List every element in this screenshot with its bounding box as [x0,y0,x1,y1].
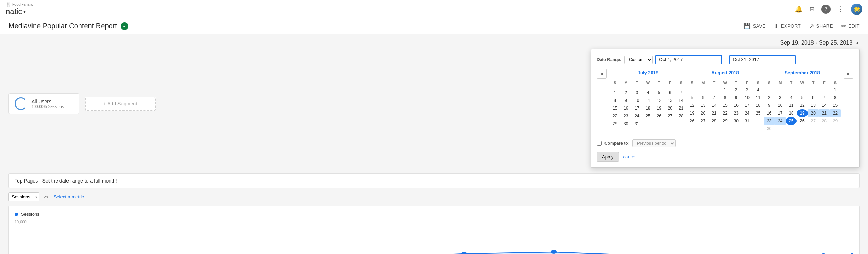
cal-day[interactable]: 11 [753,94,764,102]
cal-day[interactable] [631,86,642,89]
calendar-prev-button[interactable]: ◄ [597,69,607,79]
cal-day[interactable]: 25 [753,109,764,117]
cal-day[interactable] [665,86,676,89]
cal-day[interactable]: 22 [719,109,730,117]
cal-day[interactable]: 12 [797,102,808,109]
cal-day[interactable]: 17 [775,109,786,117]
cal-day[interactable]: 31 [631,120,642,128]
calendar-next-button[interactable]: ► [844,69,853,79]
cal-day[interactable]: 10 [631,97,642,104]
cal-day[interactable]: 20 [698,109,708,117]
cal-day[interactable]: 16 [731,102,742,109]
cal-day[interactable]: 22 [830,109,841,117]
cal-day[interactable]: 20 [808,109,819,117]
compare-checkbox[interactable] [597,141,602,146]
cal-day[interactable] [642,120,653,128]
cal-day[interactable] [676,120,687,128]
cal-day[interactable]: 24 [775,117,786,125]
cal-day[interactable]: 23 [620,112,631,120]
more-options-icon[interactable]: ⋮ [838,5,844,13]
cal-day[interactable] [819,86,830,94]
title-dropdown-caret[interactable]: ▾ [23,9,26,15]
cal-day[interactable]: 1 [719,86,730,94]
share-button[interactable]: ↗ SHARE [809,23,833,29]
apply-button[interactable]: Apply [597,152,619,162]
cancel-button[interactable]: cancel [623,154,637,160]
user-avatar[interactable]: 🌟 [851,4,862,15]
cal-day[interactable]: 21 [819,109,830,117]
cal-day[interactable]: 4 [642,89,653,97]
apps-grid-icon[interactable]: ⊞ [810,6,814,12]
cal-day[interactable]: 25 [642,112,653,120]
cal-day[interactable]: 9 [620,97,631,104]
cal-day[interactable] [698,86,708,94]
cal-day[interactable]: 25 [786,117,797,125]
cal-day[interactable]: 2 [731,86,742,94]
cal-day[interactable]: 7 [708,94,719,102]
cal-day[interactable]: 13 [698,102,708,109]
cal-day[interactable]: 9 [731,94,742,102]
cal-day[interactable]: 28 [676,112,687,120]
cal-day[interactable]: 5 [654,89,665,97]
cal-day[interactable]: 5 [687,94,698,102]
cal-day[interactable]: 26 [797,117,808,125]
cal-day[interactable]: 18 [786,109,797,117]
cal-day[interactable] [642,86,653,89]
cal-day[interactable]: 30 [764,125,775,133]
cal-day[interactable] [665,120,676,128]
cal-day[interactable]: 1 [830,86,841,94]
cal-day[interactable] [786,125,797,133]
add-segment-button[interactable]: + Add Segment [85,97,156,111]
cal-day[interactable]: 14 [676,97,687,104]
cal-day[interactable] [819,125,830,133]
cal-day[interactable]: 4 [753,86,764,94]
save-button[interactable]: 💾 SAVE [743,23,765,29]
cal-day[interactable] [808,86,819,94]
date-end-input[interactable] [729,55,796,64]
cal-day[interactable]: 29 [719,117,730,125]
date-start-input[interactable] [655,55,722,64]
cal-day[interactable]: 5 [797,94,808,102]
cal-day[interactable]: 16 [764,109,775,117]
cal-day[interactable]: 10 [775,102,786,109]
cal-day[interactable]: 27 [665,112,676,120]
date-range-display[interactable]: Sep 19, 2018 - Sep 25, 2018 ▲ [780,40,860,46]
cal-day[interactable] [654,86,665,89]
cal-day[interactable]: 22 [609,112,620,120]
cal-day[interactable]: 13 [665,97,676,104]
cal-day[interactable]: 18 [642,104,653,112]
cal-day[interactable]: 2 [620,89,631,97]
cal-day[interactable]: 24 [631,112,642,120]
cal-day[interactable] [687,86,698,94]
cal-day[interactable]: 13 [808,102,819,109]
cal-day[interactable] [830,125,841,133]
cal-day[interactable]: 17 [742,102,753,109]
cal-day[interactable] [620,86,631,89]
cal-day[interactable]: 26 [687,117,698,125]
cal-day[interactable]: 18 [753,102,764,109]
cal-day[interactable] [797,86,808,94]
edit-button[interactable]: ✏ EDIT [841,23,860,29]
help-icon[interactable]: ? [821,5,831,14]
cal-day[interactable]: 8 [719,94,730,102]
cal-day[interactable]: 6 [808,94,819,102]
cal-day[interactable] [808,125,819,133]
cal-day[interactable] [797,125,808,133]
cal-day[interactable]: 15 [719,102,730,109]
cal-day[interactable]: 11 [786,102,797,109]
cal-day[interactable] [708,86,719,94]
cal-day[interactable]: 6 [665,89,676,97]
cal-day[interactable] [764,86,775,94]
cal-day[interactable]: 23 [731,109,742,117]
cal-day[interactable] [786,86,797,94]
cal-day[interactable]: 21 [708,109,719,117]
cal-day[interactable]: 24 [742,109,753,117]
cal-day[interactable]: 10 [742,94,753,102]
cal-day[interactable]: 28 [819,117,830,125]
cal-day[interactable]: 29 [830,117,841,125]
cal-day[interactable]: 3 [631,89,642,97]
cal-day[interactable]: 6 [698,94,708,102]
cal-day[interactable]: 17 [631,104,642,112]
cal-day[interactable]: 14 [819,102,830,109]
all-users-segment[interactable]: All Users 100.00% Sessions [8,93,79,114]
